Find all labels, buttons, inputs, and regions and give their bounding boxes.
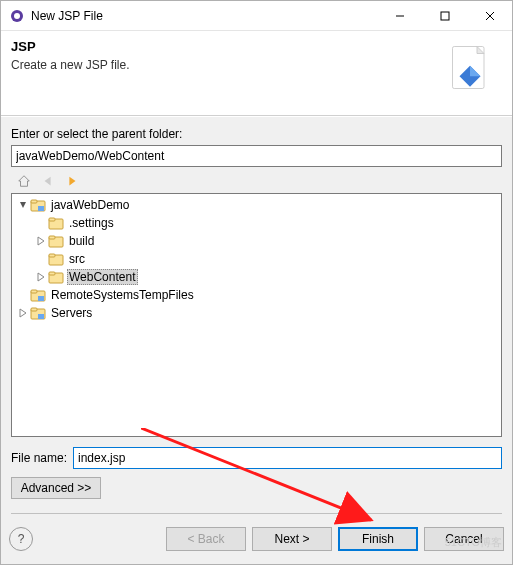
- tree-item[interactable]: Servers: [12, 304, 501, 322]
- svg-point-1: [14, 13, 20, 19]
- svg-marker-19: [38, 237, 44, 245]
- project-icon: [30, 197, 46, 213]
- svg-rect-3: [441, 12, 449, 20]
- cancel-button[interactable]: Cancel: [424, 527, 504, 551]
- tree-item[interactable]: WebContent: [12, 268, 501, 286]
- finish-button[interactable]: Finish: [338, 527, 418, 551]
- svg-rect-29: [38, 296, 44, 301]
- svg-rect-21: [49, 236, 55, 239]
- expand-icon[interactable]: [34, 216, 48, 230]
- folder-icon: [48, 269, 64, 285]
- svg-rect-32: [31, 308, 37, 311]
- tree-item[interactable]: .settings: [12, 214, 501, 232]
- tree-item[interactable]: src: [12, 250, 501, 268]
- svg-rect-16: [38, 206, 44, 211]
- svg-rect-28: [31, 290, 37, 293]
- svg-marker-10: [19, 176, 30, 187]
- svg-rect-23: [49, 254, 55, 257]
- folder-icon: [48, 251, 64, 267]
- tree-item-label: src: [67, 252, 87, 266]
- project-icon: [30, 305, 46, 321]
- tree-toolbar: [11, 167, 502, 193]
- svg-rect-26: [49, 272, 55, 275]
- parent-folder-label: Enter or select the parent folder:: [11, 127, 502, 141]
- filename-label: File name:: [11, 451, 67, 465]
- svg-marker-24: [38, 273, 44, 281]
- jsp-file-icon: [438, 39, 502, 103]
- svg-marker-13: [20, 202, 26, 208]
- advanced-button[interactable]: Advanced >>: [11, 477, 101, 499]
- expand-icon[interactable]: [34, 270, 48, 284]
- svg-marker-30: [20, 309, 26, 317]
- titlebar: New JSP File: [1, 1, 512, 31]
- folder-icon: [48, 215, 64, 231]
- page-title: JSP: [11, 39, 430, 54]
- tree-item[interactable]: javaWebDemo: [12, 196, 501, 214]
- folder-tree[interactable]: javaWebDemo.settingsbuildsrcWebContentRe…: [11, 193, 502, 437]
- minimize-button[interactable]: [377, 1, 422, 31]
- svg-marker-12: [69, 177, 75, 186]
- tree-item-label: RemoteSystemsTempFiles: [49, 288, 196, 302]
- back-arrow-icon[interactable]: [37, 171, 59, 191]
- filename-input[interactable]: [73, 447, 502, 469]
- tree-item-label: WebContent: [67, 269, 138, 285]
- expand-icon[interactable]: [34, 252, 48, 266]
- svg-marker-11: [45, 177, 51, 186]
- folder-icon: [48, 233, 64, 249]
- close-button[interactable]: [467, 1, 512, 31]
- project-icon: [30, 287, 46, 303]
- tree-item-label: Servers: [49, 306, 94, 320]
- maximize-button[interactable]: [422, 1, 467, 31]
- forward-arrow-icon[interactable]: [61, 171, 83, 191]
- expand-icon[interactable]: [34, 234, 48, 248]
- home-icon[interactable]: [13, 171, 35, 191]
- next-button[interactable]: Next >: [252, 527, 332, 551]
- wizard-header: JSP Create a new JSP file.: [1, 31, 512, 116]
- eclipse-wizard-icon: [9, 8, 25, 24]
- expand-icon[interactable]: [16, 198, 30, 212]
- svg-rect-33: [38, 314, 44, 319]
- window-title: New JSP File: [31, 9, 377, 23]
- svg-rect-18: [49, 218, 55, 221]
- expand-icon[interactable]: [16, 306, 30, 320]
- tree-item[interactable]: RemoteSystemsTempFiles: [12, 286, 501, 304]
- button-bar: ? < Back Next > Finish Cancel: [1, 514, 512, 564]
- back-button[interactable]: < Back: [166, 527, 246, 551]
- parent-folder-input[interactable]: [11, 145, 502, 167]
- page-description: Create a new JSP file.: [11, 58, 430, 72]
- svg-rect-15: [31, 200, 37, 203]
- expand-icon[interactable]: [16, 288, 30, 302]
- tree-item[interactable]: build: [12, 232, 501, 250]
- tree-item-label: build: [67, 234, 96, 248]
- tree-item-label: .settings: [67, 216, 116, 230]
- help-icon[interactable]: ?: [9, 527, 33, 551]
- tree-item-label: javaWebDemo: [49, 198, 131, 212]
